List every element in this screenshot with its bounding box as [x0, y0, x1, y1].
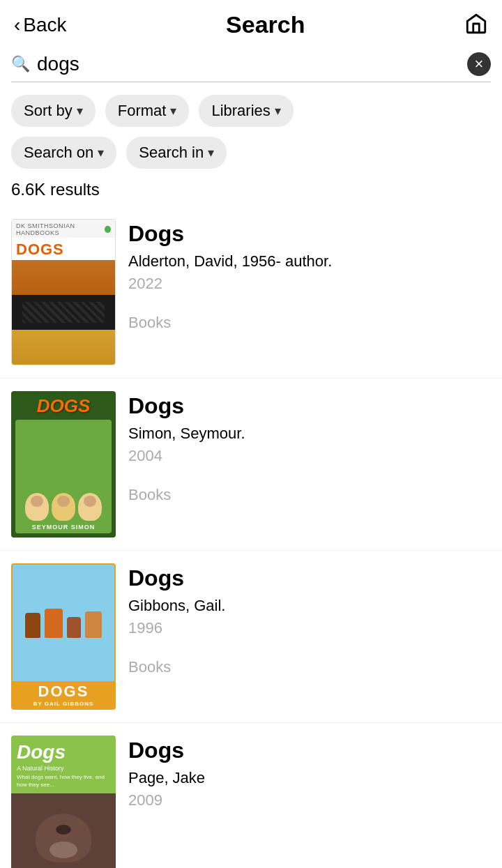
filter-row-1: Sort by ▾ Format ▾ Libraries ▾	[0, 82, 502, 127]
book-cover: DK SMITHSONIAN HANDBOOKS DOGS	[11, 219, 116, 365]
sort-by-label: Sort by	[24, 102, 73, 120]
book-year: 2022	[128, 275, 491, 293]
home-icon	[464, 12, 488, 36]
chevron-down-icon: ▾	[77, 103, 83, 119]
page-title: Search	[226, 11, 305, 38]
sort-by-filter[interactable]: Sort by ▾	[11, 95, 96, 127]
book-title: Dogs	[128, 394, 491, 418]
chevron-left-icon: ‹	[14, 15, 20, 35]
libraries-label: Libraries	[211, 102, 270, 120]
book-info: Dogs Gibbons, Gail. 1996 Books	[128, 563, 491, 676]
list-item[interactable]: Dogs A Natural HistoryWhat dogs want, ho…	[0, 723, 502, 868]
search-in-filter[interactable]: Search in ▾	[126, 137, 227, 169]
search-on-label: Search on	[24, 144, 93, 162]
search-in-label: Search in	[139, 144, 204, 162]
results-count: 6.6K results	[0, 169, 502, 199]
chevron-down-icon: ▾	[208, 145, 214, 160]
search-on-filter[interactable]: Search on ▾	[11, 137, 116, 169]
clear-icon: ×	[475, 56, 484, 72]
book-format: Books	[128, 658, 491, 676]
book-info: Dogs Page, Jake 2009	[128, 736, 491, 809]
search-bar-wrapper: 🔍 dogs ×	[0, 45, 502, 82]
list-item[interactable]: DOGS SEYMOUR SIMON Dogs Simon, Seymour. …	[0, 379, 502, 551]
filter-row-2: Search on ▾ Search in ▾	[0, 127, 502, 169]
chevron-down-icon: ▾	[275, 103, 281, 119]
list-item[interactable]: DOGS BY GAIL GIBBONS Dogs Gibbons, Gail.…	[0, 551, 502, 723]
book-format: Books	[128, 314, 491, 332]
clear-button[interactable]: ×	[467, 52, 491, 76]
book-year: 1996	[128, 619, 491, 637]
header: ‹ Back Search	[0, 0, 502, 45]
chevron-down-icon: ▾	[170, 103, 176, 119]
book-title: Dogs	[128, 738, 491, 763]
back-button[interactable]: ‹ Back	[14, 14, 67, 36]
chevron-down-icon: ▾	[98, 145, 104, 160]
book-list: DK SMITHSONIAN HANDBOOKS DOGS Dogs Alder…	[0, 206, 502, 868]
book-cover: DOGS BY GAIL GIBBONS	[11, 563, 116, 710]
book-info: Dogs Simon, Seymour. 2004 Books	[128, 391, 491, 504]
format-filter[interactable]: Format ▾	[105, 95, 190, 127]
book-info: Dogs Alderton, David, 1956- author. 2022…	[128, 219, 491, 332]
book-title: Dogs	[128, 222, 491, 246]
book-author: Page, Jake	[128, 768, 491, 789]
format-label: Format	[118, 102, 167, 120]
book-title: Dogs	[128, 566, 491, 591]
search-bar: 🔍 dogs ×	[11, 52, 491, 82]
book-year: 2004	[128, 447, 491, 465]
back-label: Back	[23, 14, 66, 36]
search-query[interactable]: dogs	[37, 53, 460, 75]
book-author: Alderton, David, 1956- author.	[128, 252, 491, 272]
search-icon: 🔍	[11, 55, 30, 73]
book-author: Gibbons, Gail.	[128, 596, 491, 616]
libraries-filter[interactable]: Libraries ▾	[199, 95, 293, 127]
book-cover: DOGS SEYMOUR SIMON	[11, 391, 116, 538]
book-cover: Dogs A Natural HistoryWhat dogs want, ho…	[11, 736, 116, 868]
book-year: 2009	[128, 791, 491, 809]
list-item[interactable]: DK SMITHSONIAN HANDBOOKS DOGS Dogs Alder…	[0, 206, 502, 379]
book-author: Simon, Seymour.	[128, 424, 491, 444]
book-format: Books	[128, 486, 491, 504]
home-button[interactable]	[464, 12, 488, 38]
